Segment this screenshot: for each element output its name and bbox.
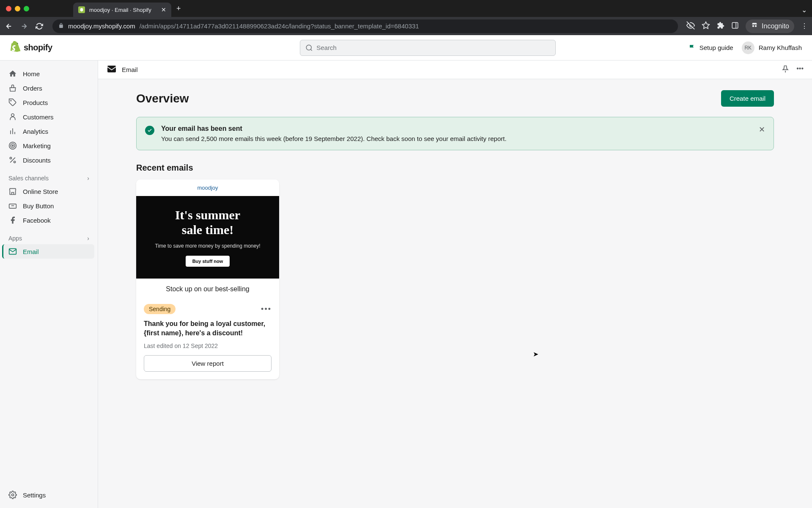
- svg-point-17: [14, 161, 16, 163]
- sidebar-item-settings[interactable]: Settings: [3, 488, 94, 502]
- nav-label: Settings: [23, 491, 46, 499]
- window-close[interactable]: [6, 6, 11, 11]
- success-banner: Your email has been sent You can send 2,…: [136, 117, 774, 150]
- view-report-button[interactable]: View report: [144, 355, 272, 372]
- nav-label: Buy Button: [23, 202, 54, 210]
- browser-chrome: moodjoy · Email · Shopify ✕ + ⌄ moodjoy.…: [0, 0, 812, 35]
- recent-emails-heading: Recent emails: [136, 163, 774, 173]
- app-header-actions: •••: [781, 65, 804, 75]
- email-preview: moodjoy It's summer sale time! Time to s…: [136, 179, 279, 298]
- back-button[interactable]: [4, 22, 14, 30]
- browser-actions: Incognito ⋮: [686, 19, 808, 33]
- svg-point-12: [9, 142, 16, 149]
- nav-label: Orders: [23, 85, 42, 92]
- user-menu[interactable]: RK Ramy Khuffash: [742, 41, 802, 54]
- topbar-right: Setup guide RK Ramy Khuffash: [689, 41, 802, 54]
- card-meta: Sending ••• Thank you for being a loyal …: [136, 298, 279, 379]
- sidebar: Home Orders Products Customers Analytics…: [0, 61, 98, 508]
- sidebar-item-online-store[interactable]: Online Store: [3, 184, 94, 199]
- sidebar-item-analytics[interactable]: Analytics: [3, 124, 94, 138]
- hero-line2: sale time!: [145, 223, 271, 237]
- sidebar-item-home[interactable]: Home: [3, 66, 94, 81]
- preview-footer-text: Stock up on our best-selling: [136, 279, 279, 295]
- facebook-icon: [8, 216, 17, 224]
- gear-icon: [8, 491, 17, 499]
- sidebar-item-orders[interactable]: Orders: [3, 81, 94, 95]
- tab-bar: moodjoy · Email · Shopify ✕ + ⌄: [35, 0, 812, 17]
- sidebar-item-marketing[interactable]: Marketing: [3, 138, 94, 153]
- sidebar-item-products[interactable]: Products: [3, 95, 94, 110]
- section-sales-channels[interactable]: Sales channels›: [3, 167, 94, 184]
- extensions-icon[interactable]: [717, 22, 724, 31]
- check-circle-icon: [145, 126, 154, 135]
- sidebar-item-email[interactable]: Email: [2, 244, 94, 259]
- banner-body: Your email has been sent You can send 2,…: [161, 125, 752, 142]
- email-card[interactable]: moodjoy It's summer sale time! Time to s…: [136, 179, 279, 379]
- sidebar-item-buy-button[interactable]: Buy Button: [3, 199, 94, 213]
- buy-button-icon: [8, 202, 17, 210]
- card-title: Thank you for being a loyal customer, {f…: [144, 319, 272, 338]
- address-bar[interactable]: moodjoy.myshopify.com/admin/apps/14711ad…: [52, 19, 678, 33]
- incognito-label: Incognito: [762, 22, 789, 30]
- svg-point-4: [755, 25, 757, 27]
- setup-guide-link[interactable]: Setup guide: [689, 44, 733, 52]
- card-more-button[interactable]: •••: [261, 305, 272, 314]
- preview-hero: It's summer sale time! Time to save more…: [136, 196, 279, 279]
- flag-icon: [689, 44, 696, 52]
- new-tab-button[interactable]: +: [176, 4, 181, 13]
- create-email-button[interactable]: Create email: [721, 90, 774, 107]
- incognito-badge[interactable]: Incognito: [746, 19, 794, 33]
- url-path: /admin/apps/14711ad7477a3d0211488990623a…: [140, 22, 419, 30]
- nav-label: Facebook: [23, 217, 51, 224]
- window-maximize[interactable]: [24, 6, 29, 11]
- nav-label: Email: [23, 248, 39, 255]
- browser-tab[interactable]: moodjoy · Email · Shopify ✕: [73, 3, 171, 17]
- orders-icon: [8, 84, 17, 92]
- content-area: Overview Create email Your email has bee…: [98, 79, 812, 508]
- sidebar-item-customers[interactable]: Customers: [3, 110, 94, 124]
- sidebar-item-facebook[interactable]: Facebook: [3, 213, 94, 227]
- chrome-dropdown-icon[interactable]: ⌄: [801, 6, 807, 14]
- shopify-logo[interactable]: shopify: [8, 41, 52, 55]
- svg-point-13: [11, 144, 15, 148]
- shopify-favicon-icon: [78, 6, 85, 13]
- section-apps[interactable]: Apps›: [3, 227, 94, 244]
- customers-icon: [8, 113, 17, 121]
- nav-label: Products: [23, 99, 48, 106]
- chevron-right-icon: ›: [87, 235, 89, 242]
- hero-line1: It's summer: [145, 208, 271, 223]
- incognito-icon: [751, 22, 758, 31]
- panel-icon[interactable]: [731, 22, 739, 31]
- svg-line-15: [10, 157, 15, 163]
- bookmark-icon[interactable]: [702, 21, 710, 31]
- close-tab-icon[interactable]: ✕: [161, 6, 166, 13]
- banner-close-button[interactable]: ✕: [759, 125, 765, 142]
- svg-rect-18: [9, 204, 16, 208]
- lock-icon: [58, 22, 64, 30]
- more-icon[interactable]: •••: [796, 65, 804, 75]
- search-input[interactable]: Search: [300, 40, 556, 56]
- card-date: Last edited on 12 Sept 2022: [144, 342, 272, 349]
- window-minimize[interactable]: [15, 6, 20, 11]
- sidebar-item-discounts[interactable]: Discounts: [3, 153, 94, 167]
- preview-brand: moodjoy: [136, 179, 279, 196]
- search-icon: [305, 44, 313, 52]
- status-badge: Sending: [144, 304, 176, 314]
- pin-icon[interactable]: [781, 65, 790, 75]
- banner-title: Your email has been sent: [161, 125, 752, 133]
- email-app-icon: [107, 64, 117, 76]
- eye-off-icon[interactable]: [686, 21, 695, 31]
- reload-button[interactable]: [35, 22, 44, 30]
- svg-point-16: [10, 157, 11, 159]
- browser-menu-icon[interactable]: ⋮: [801, 22, 808, 30]
- meta-row: Sending •••: [144, 304, 272, 314]
- svg-rect-21: [107, 66, 116, 72]
- section-label: Sales channels: [8, 175, 49, 182]
- forward-button[interactable]: [19, 22, 29, 30]
- mouse-cursor: ➤: [533, 350, 538, 358]
- nav-label: Online Store: [23, 188, 58, 195]
- home-icon: [8, 69, 17, 78]
- tab-title: moodjoy · Email · Shopify: [89, 7, 157, 13]
- user-avatar: RK: [742, 41, 754, 54]
- discounts-icon: [8, 156, 17, 164]
